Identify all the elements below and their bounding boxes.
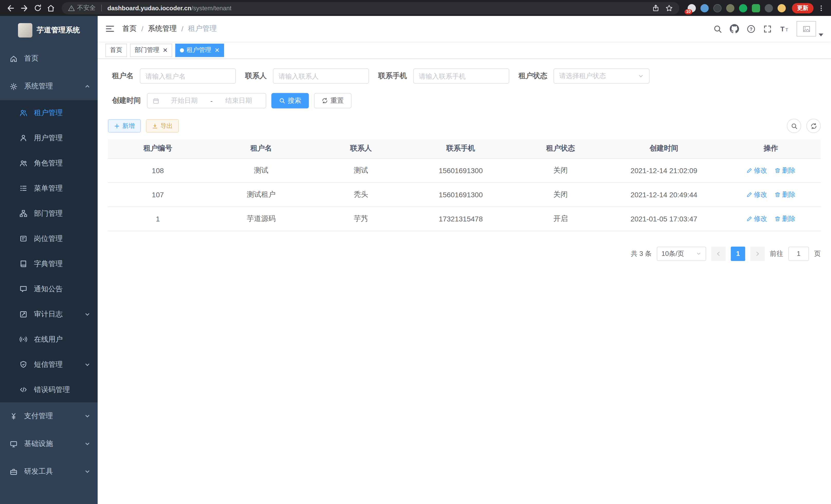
tab-tenant[interactable]: 租户管理 — [175, 43, 224, 57]
tab-home[interactable]: 首页 — [105, 43, 127, 57]
export-button-label: 导出 — [160, 121, 173, 130]
sidebar: 芋道管理系统 首页 系统管理 租户管理 用户管理 — [0, 16, 98, 504]
sidebar-item-audit-log[interactable]: 审计日志 — [0, 302, 98, 327]
sidebar-item-notice[interactable]: 通知公告 — [0, 276, 98, 302]
extension-icon-4[interactable] — [726, 4, 735, 12]
trash-icon — [774, 215, 781, 222]
extension-icon-6[interactable] — [752, 4, 760, 12]
delete-button[interactable]: 删除 — [774, 214, 796, 223]
chevron-down-icon — [85, 441, 90, 446]
sidebar-item-tenant[interactable]: 租户管理 — [0, 100, 98, 125]
search-form: 租户名 联系人 联系手机 租户状态 请选择租户状态 — [108, 68, 821, 118]
extension-icon-3[interactable] — [713, 4, 721, 12]
breadcrumb-separator: / — [181, 25, 183, 33]
tab-dept[interactable]: 部门管理 — [130, 43, 172, 57]
add-button[interactable]: 新增 — [108, 119, 141, 132]
tab-label: 首页 — [110, 46, 122, 55]
avatar-image — [797, 21, 816, 36]
extension-icon-1[interactable]: 10 — [688, 4, 696, 12]
forward-icon[interactable] — [18, 1, 31, 14]
contact-input[interactable] — [279, 72, 363, 80]
delete-button[interactable]: 删除 — [774, 166, 796, 175]
sidebar-item-errorcode[interactable]: 错误码管理 — [0, 377, 98, 402]
refresh-table-button[interactable] — [806, 119, 821, 133]
sidebar-item-sms[interactable]: 短信管理 — [0, 352, 98, 377]
page-url[interactable]: dashboard.yudao.iocoder.cn/system/tenant — [107, 4, 231, 11]
status-select[interactable]: 请选择租户状态 — [553, 68, 650, 84]
sidebar-item-user[interactable]: 用户管理 — [0, 125, 98, 151]
extension-icon-5[interactable] — [739, 4, 747, 12]
tenant-name-input[interactable] — [145, 72, 230, 80]
bookmark-star-icon[interactable] — [665, 4, 673, 12]
page-suffix: 页 — [814, 249, 821, 258]
sidebar-item-label: 错误码管理 — [34, 385, 70, 394]
security-warning[interactable]: 不安全 — [68, 4, 95, 12]
cell-phone: 17321315478 — [407, 207, 514, 231]
sidebar-item-post[interactable]: 岗位管理 — [0, 226, 98, 251]
edit-button[interactable]: 修改 — [746, 214, 767, 223]
back-icon[interactable] — [4, 1, 18, 14]
search-icon[interactable] — [713, 24, 722, 33]
address-bar[interactable]: 不安全 dashboard.yudao.iocoder.cn/system/te… — [62, 2, 679, 14]
trash-icon — [774, 191, 781, 198]
start-date-placeholder: 开始日期 — [163, 96, 206, 105]
sidebar-item-system[interactable]: 系统管理 — [0, 72, 98, 100]
sidebar-item-home[interactable]: 首页 — [0, 45, 98, 72]
edit-button[interactable]: 修改 — [746, 166, 767, 175]
sidebar-item-dept[interactable]: 部门管理 — [0, 201, 98, 226]
cell-name: 测试租户 — [208, 182, 315, 207]
font-size-icon[interactable]: TT — [780, 24, 789, 33]
online-icon — [20, 335, 27, 343]
sidebar-item-infra[interactable]: 基础设施 — [0, 430, 98, 458]
sidebar-item-pay[interactable]: 支付管理 — [0, 402, 98, 430]
export-button[interactable]: 导出 — [146, 119, 179, 132]
cell-created: 2021-12-14 21:02:09 — [607, 158, 721, 182]
github-icon[interactable] — [730, 24, 739, 33]
share-icon[interactable] — [652, 4, 660, 12]
breadcrumb-system[interactable]: 系统管理 — [148, 24, 177, 33]
page-number-button[interactable]: 1 — [731, 246, 745, 261]
breadcrumb-home[interactable]: 首页 — [122, 24, 137, 33]
refresh-icon[interactable] — [31, 1, 44, 14]
delete-button[interactable]: 删除 — [774, 190, 796, 199]
sidebar-logo[interactable]: 芋道管理系统 — [0, 16, 98, 45]
sidebar-item-label: 通知公告 — [34, 285, 63, 294]
next-page-button[interactable] — [750, 246, 765, 261]
profile-avatar-icon[interactable] — [778, 4, 786, 12]
sidebar-item-label: 角色管理 — [34, 158, 63, 168]
extension-icon-2[interactable] — [700, 4, 709, 12]
goto-page-input[interactable] — [789, 246, 809, 261]
date-range-picker[interactable]: 开始日期 - 结束日期 — [147, 93, 266, 109]
chrome-update-button[interactable]: 更新 — [792, 3, 813, 13]
extension-icon-7[interactable] — [765, 4, 773, 12]
page-size-select[interactable]: 10条/页 — [657, 246, 706, 261]
svg-text:T: T — [780, 25, 784, 33]
edit-button[interactable]: 修改 — [746, 190, 767, 199]
user-icon — [20, 134, 27, 142]
chrome-menu-icon[interactable] — [815, 4, 827, 12]
user-avatar[interactable] — [797, 21, 823, 36]
sidebar-item-devtools[interactable]: 研发工具 — [0, 458, 98, 485]
close-icon[interactable] — [215, 48, 220, 52]
fullscreen-icon[interactable] — [763, 24, 772, 33]
sidebar-item-dict[interactable]: 字典管理 — [0, 251, 98, 276]
sidebar-item-menu[interactable]: 菜单管理 — [0, 176, 98, 201]
sidebar-item-label: 菜单管理 — [34, 184, 63, 193]
tab-label: 租户管理 — [187, 46, 211, 55]
phone-input[interactable] — [419, 72, 504, 80]
column-header: 创建时间 — [607, 139, 721, 158]
close-icon[interactable] — [163, 48, 168, 52]
search-button[interactable]: 搜索 — [271, 93, 309, 109]
sidebar-item-online-users[interactable]: 在线用户 — [0, 327, 98, 352]
chevron-left-icon — [715, 250, 721, 257]
prev-page-button[interactable] — [711, 246, 726, 261]
reset-button[interactable]: 重置 — [314, 93, 351, 109]
warning-triangle-icon — [68, 4, 75, 11]
hamburger-icon[interactable] — [105, 25, 115, 33]
contact-label: 联系人 — [241, 71, 273, 81]
help-icon[interactable]: ? — [747, 24, 755, 33]
extension-badge: 10 — [685, 9, 692, 14]
sidebar-item-role[interactable]: 角色管理 — [0, 151, 98, 176]
toggle-search-button[interactable] — [787, 119, 801, 133]
home-icon[interactable] — [44, 1, 58, 14]
